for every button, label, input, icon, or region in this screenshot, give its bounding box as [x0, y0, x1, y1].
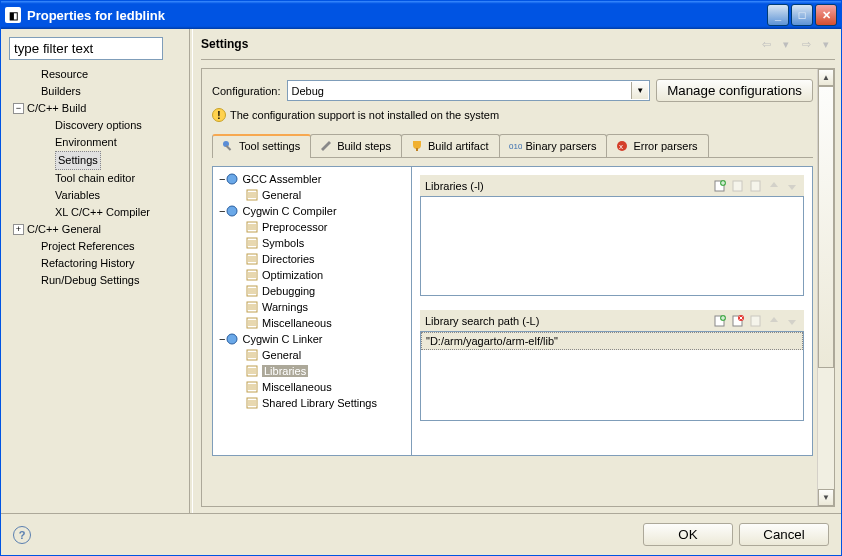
forward-button[interactable]: ⇨ [797, 35, 815, 53]
nav-ccbuild[interactable]: −C/C++ Build [9, 100, 185, 117]
config-value: Debug [292, 85, 324, 97]
app-icon: ◧ [5, 7, 21, 23]
manage-configs-button[interactable]: Manage configurations [656, 79, 813, 102]
add-icon[interactable] [712, 313, 727, 328]
page-icon [245, 220, 259, 234]
tool-linker-general[interactable]: General [215, 347, 409, 363]
nav-environment[interactable]: Environment [9, 134, 185, 151]
back-menu-button[interactable]: ▾ [777, 35, 795, 53]
tool-cygwin-compiler[interactable]: −Cygwin C Compiler [215, 203, 409, 219]
scroll-track[interactable] [818, 86, 834, 489]
nav-discovery[interactable]: Discovery options [9, 117, 185, 134]
nav-settings[interactable]: Settings [9, 151, 185, 170]
nav-panel: Resource Builders −C/C++ Build Discovery… [1, 29, 189, 513]
help-icon[interactable]: ? [13, 526, 31, 544]
config-combo[interactable]: Debug ▼ [287, 80, 651, 101]
tab-build-artifact[interactable]: Build artifact [401, 134, 500, 157]
tab-error-parsers[interactable]: x Error parsers [606, 134, 708, 157]
forward-menu-button[interactable]: ▾ [817, 35, 835, 53]
cancel-button[interactable]: Cancel [739, 523, 829, 546]
vertical-scrollbar[interactable]: ▲ ▼ [817, 69, 834, 506]
tab-build-steps[interactable]: Build steps [310, 134, 402, 157]
up-icon[interactable] [766, 313, 781, 328]
nav-projrefs[interactable]: Project References [9, 238, 185, 255]
tool-warnings[interactable]: Warnings [215, 299, 409, 315]
tab-tool-settings[interactable]: Tool settings [212, 134, 311, 157]
svg-rect-24 [751, 181, 760, 191]
svg-text:x: x [619, 142, 623, 151]
svg-rect-29 [751, 316, 760, 326]
svg-point-6 [227, 174, 237, 184]
svg-point-16 [227, 334, 237, 344]
tab-binary-parsers[interactable]: 010 Binary parsers [499, 134, 608, 157]
delete-icon[interactable] [730, 313, 745, 328]
tool-icon [225, 172, 239, 186]
tool-general[interactable]: General [215, 187, 409, 203]
down-icon[interactable] [784, 178, 799, 193]
libraries-label: Libraries (-l) [425, 180, 484, 192]
libraries-list[interactable] [420, 196, 804, 296]
warning-icon: ! [212, 108, 226, 122]
filter-input[interactable] [9, 37, 163, 60]
tool-linker-shared[interactable]: Shared Library Settings [215, 395, 409, 411]
nav-refactor[interactable]: Refactoring History [9, 255, 185, 272]
scroll-up-button[interactable]: ▲ [818, 69, 834, 86]
page-icon [245, 236, 259, 250]
nav-rundebug[interactable]: Run/Debug Settings [9, 272, 185, 289]
error-icon: x [615, 139, 629, 153]
svg-rect-2 [416, 148, 418, 151]
library-search-path-group: Library search path (-L) [420, 310, 804, 421]
page-icon [245, 284, 259, 298]
page-icon [245, 364, 259, 378]
settings-panel: Settings ⇦ ▾ ⇨ ▾ Configuration: Debug ▼ … [193, 29, 841, 513]
expand-icon[interactable]: + [13, 224, 24, 235]
tool-linker-misc[interactable]: Miscellaneous [215, 379, 409, 395]
scroll-thumb[interactable] [818, 86, 834, 368]
nav-ccgeneral[interactable]: +C/C++ General [9, 221, 185, 238]
nav-builders[interactable]: Builders [9, 83, 185, 100]
page-icon [245, 188, 259, 202]
binary-icon: 010 [508, 139, 522, 153]
tool-icon [225, 204, 239, 218]
down-icon[interactable] [784, 313, 799, 328]
close-button[interactable]: ✕ [815, 4, 837, 26]
chevron-down-icon[interactable]: ▼ [631, 82, 648, 99]
svg-text:010: 010 [509, 142, 522, 151]
nav-toolchain[interactable]: Tool chain editor [9, 170, 185, 187]
edit-icon[interactable] [748, 178, 763, 193]
svg-rect-23 [733, 181, 742, 191]
tool-icon [225, 332, 239, 346]
tool-optimization[interactable]: Optimization [215, 267, 409, 283]
add-icon[interactable] [712, 178, 727, 193]
tool-debugging[interactable]: Debugging [215, 283, 409, 299]
minimize-button[interactable]: _ [767, 4, 789, 26]
warning-text: The configuration support is not install… [230, 109, 499, 121]
tool-misc[interactable]: Miscellaneous [215, 315, 409, 331]
edit-icon[interactable] [748, 313, 763, 328]
library-search-path-list[interactable]: "D:/arm/yagarto/arm-elf/lib" [420, 331, 804, 421]
nav-variables[interactable]: Variables [9, 187, 185, 204]
nav-resource[interactable]: Resource [9, 66, 185, 83]
svg-rect-1 [226, 145, 232, 151]
libraries-group: Libraries (-l) [420, 175, 804, 296]
libsearchpath-label: Library search path (-L) [425, 315, 539, 327]
svg-point-8 [227, 206, 237, 216]
up-icon[interactable] [766, 178, 781, 193]
tool-preprocessor[interactable]: Preprocessor [215, 219, 409, 235]
tool-cygwin-linker[interactable]: −Cygwin C Linker [215, 331, 409, 347]
maximize-button[interactable]: □ [791, 4, 813, 26]
tool-gcc-assembler[interactable]: −GCC Assembler [215, 171, 409, 187]
tool-directories[interactable]: Directories [215, 251, 409, 267]
list-item[interactable]: "D:/arm/yagarto/arm-elf/lib" [421, 332, 803, 350]
tool-linker-libraries[interactable]: Libraries [215, 363, 409, 379]
collapse-icon[interactable]: − [13, 103, 24, 114]
ok-button[interactable]: OK [643, 523, 733, 546]
delete-icon[interactable] [730, 178, 745, 193]
scroll-down-button[interactable]: ▼ [818, 489, 834, 506]
tool-tree[interactable]: −GCC Assembler General −Cygwin C Compile… [212, 166, 412, 456]
wrench-icon [319, 139, 333, 153]
config-label: Configuration: [212, 85, 281, 97]
nav-xlcompiler[interactable]: XL C/C++ Compiler [9, 204, 185, 221]
tool-symbols[interactable]: Symbols [215, 235, 409, 251]
back-button[interactable]: ⇦ [757, 35, 775, 53]
